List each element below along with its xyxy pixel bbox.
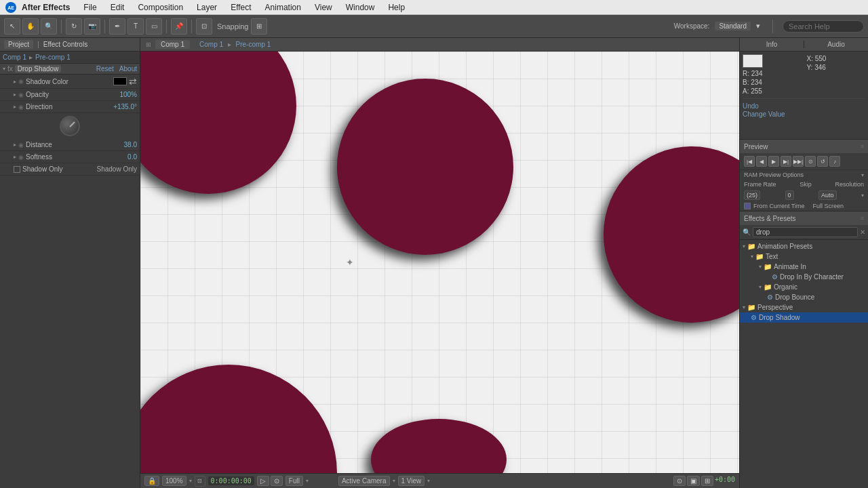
tree-perspective[interactable]: ▾ 📁 Perspective [740,302,868,312]
tree-arrow-2: ▾ [759,264,762,270]
canvas-btn-3[interactable]: ▣ [687,476,700,486]
snapping-toggle[interactable]: ⊡ [196,18,212,35]
preview-skip-forward[interactable]: ▶▶| [793,156,804,167]
text-tool[interactable]: T [127,18,144,35]
softness-expand[interactable]: ▸ [14,154,16,160]
effects-presets-section: Effects & Presets ≡ 🔍 ✕ ▾ 📁 Animation Pr… [740,211,868,488]
resolution-value[interactable]: Auto [818,190,837,200]
direction-dial[interactable] [60,116,80,136]
breadcrumb-comp1[interactable]: Comp 1 [3,54,26,61]
tree-animate-in[interactable]: ▾ 📁 Animate In [740,262,868,272]
menu-edit[interactable]: Edit [105,1,130,14]
hand-tool[interactable]: ✋ [22,18,39,35]
frame-rate-value[interactable]: (25) [744,190,760,200]
extra-tool-1[interactable]: ⊞ [251,18,267,35]
ram-preview-arrow[interactable]: ▾ [861,172,864,178]
menu-help[interactable]: Help [382,1,410,14]
zoom-tool[interactable]: 🔍 [41,18,57,35]
canvas-btn-4[interactable]: ⊞ [701,476,713,486]
comp-header: ⊞ Comp 1 Comp 1 ▸ Pre-comp 1 [140,38,739,52]
reset-button[interactable]: Reset [96,65,114,73]
tree-organic[interactable]: ▾ 📁 Organic [740,282,868,292]
shape-tool[interactable]: ▭ [146,18,162,35]
effects-search-clear[interactable]: ✕ [860,228,865,236]
tree-drop-in-by-char[interactable]: ▸ ⚙ Drop In By Character [740,272,868,282]
audio-panel-title[interactable]: Audio [804,41,868,48]
shadow-only-checkbox[interactable] [14,166,20,173]
effects-search-input[interactable] [753,227,858,237]
preview-menu-icon[interactable]: ≡ [861,143,864,150]
rotate-tool[interactable]: ↻ [66,18,82,35]
info-panel-title[interactable]: Info [740,41,804,48]
timecode[interactable]: 0:00:00:00 [208,476,254,485]
opacity-value[interactable]: 100% [96,91,137,98]
direction-value[interactable]: +135.0° [96,103,137,110]
from-current-time-checkbox[interactable] [744,203,751,209]
zoom-level[interactable]: 100% [162,476,186,486]
canvas-res-icon[interactable] [311,476,322,487]
preview-ram[interactable]: ⊙ [805,156,816,167]
tree-text[interactable]: ▾ 📁 Text [740,251,868,262]
menu-bar: AE After Effects File Edit Composition L… [0,0,868,15]
menu-window[interactable]: Window [340,1,380,14]
puppet-tool[interactable]: 📌 [171,18,187,35]
effects-menu-icon[interactable]: ≡ [861,215,864,222]
effect-expand-toggle[interactable]: ▾ [3,66,5,72]
preview-play[interactable]: ▶ [768,156,779,167]
breadcrumb-precomp[interactable]: Pre-comp 1 [236,41,271,48]
menu-composition[interactable]: Composition [132,1,189,14]
preview-prev-frame[interactable]: ◀ [756,156,767,167]
skip-value[interactable]: 0 [785,190,794,200]
canvas-safe-icon[interactable] [325,476,336,487]
canvas-fit-btn[interactable]: ⊡ [195,476,205,487]
distance-value[interactable]: 38.0 [96,141,137,148]
pen-tool[interactable]: ✒ [109,18,125,35]
tree-item-icon-3: ⚙ [772,273,778,281]
distance-expand[interactable]: ▸ [14,142,16,148]
about-button[interactable]: About [119,65,137,73]
menu-view[interactable]: View [309,1,338,14]
camera-select[interactable]: Active Camera [338,476,390,486]
workspace-value[interactable]: Standard [715,22,751,30]
info-separator [743,98,865,99]
canvas-area[interactable]: ✦ [140,52,739,473]
view-select[interactable]: 1 View [398,476,425,486]
opacity-expand[interactable]: ▸ [14,92,16,98]
canvas-btn-1[interactable]: ▷ [257,476,269,486]
menu-layer[interactable]: Layer [191,1,222,14]
comp1-tab[interactable]: Comp 1 [155,40,190,49]
preview-next-frame[interactable]: ▶| [781,156,791,167]
menu-animation[interactable]: Animation [260,1,307,14]
render-btn[interactable]: ⊙ [673,476,686,486]
camera-tool[interactable]: 📷 [84,18,100,35]
softness-value[interactable]: 0.0 [96,153,137,161]
workspace-menu-icon[interactable]: ▾ [756,21,767,32]
fx-badge: fx [7,65,13,73]
selection-tool[interactable]: ↖ [4,18,20,35]
preview-loop[interactable]: ↺ [817,156,828,167]
preview-skip-back[interactable]: |◀ [744,156,755,167]
menu-effect[interactable]: Effect [225,1,256,14]
tree-drop-shadow[interactable]: ⚙ Drop Shadow [740,312,868,323]
canvas-lock-btn[interactable]: 🔒 [144,476,159,486]
breadcrumb-comp[interactable]: Comp 1 [199,41,223,48]
search-input[interactable] [783,20,864,33]
effects-header: Effects & Presets ≡ [740,211,868,225]
breadcrumb-precomp1[interactable]: Pre-comp 1 [35,54,71,61]
shadow-color-expand[interactable]: ▸ [14,79,16,85]
tree-animation-presets[interactable]: ▾ 📁 Animation Presets [740,241,868,251]
direction-expand[interactable]: ▸ [14,104,16,110]
canvas-btn-2[interactable]: ⊙ [271,476,283,486]
resolution-arrow[interactable]: ▾ [861,192,864,199]
shadow-color-picker-icon[interactable]: ⇄ [129,76,137,87]
preview-audio[interactable]: ♪ [829,156,840,167]
quality-select[interactable]: Full [285,476,303,486]
tree-drop-bounce[interactable]: ⚙ Drop Bounce [740,292,868,302]
change-value-btn[interactable]: Change Value [743,110,785,119]
info-a: A: 255 [743,87,762,95]
menu-file[interactable]: File [78,1,102,14]
project-tab[interactable]: Project [4,40,33,49]
shadow-color-swatch[interactable] [113,77,127,85]
tree-label-7: Drop Shadow [759,314,800,321]
tree-arrow-4: ▾ [759,284,762,290]
